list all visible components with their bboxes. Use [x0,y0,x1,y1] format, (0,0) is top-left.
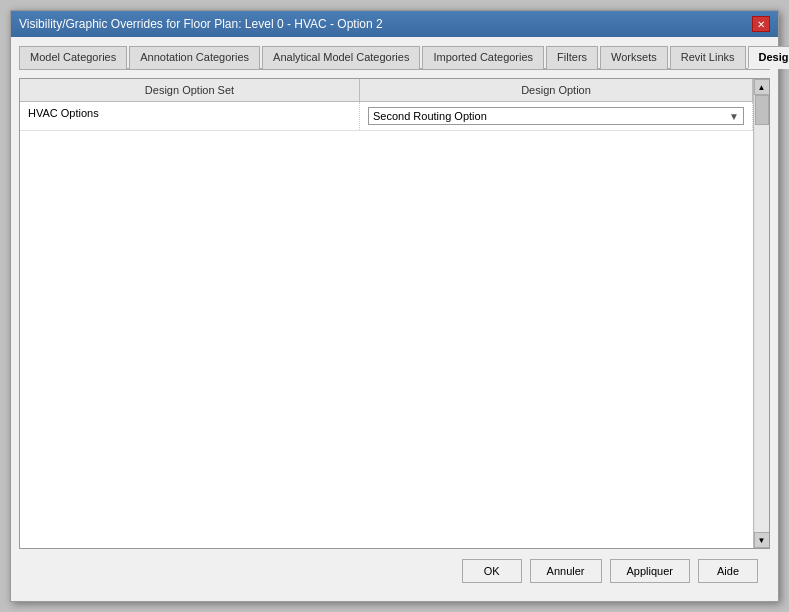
tab-revit-links[interactable]: Revit Links [670,46,746,69]
design-option-value: Second Routing Option [373,110,487,122]
apply-button[interactable]: Appliquer [610,559,690,583]
tab-design-options[interactable]: Design Options [748,46,790,69]
window-controls: ✕ [752,16,770,32]
tab-annotation-categories[interactable]: Annotation Categories [129,46,260,69]
content-area: Design Option Set Design Option HVAC Opt… [19,78,770,549]
close-button[interactable]: ✕ [752,16,770,32]
cell-design-option[interactable]: Second Routing Option ▼ [360,102,753,130]
design-option-dropdown[interactable]: Second Routing Option ▼ [368,107,744,125]
tab-worksets[interactable]: Worksets [600,46,668,69]
table-container: Design Option Set Design Option HVAC Opt… [20,79,769,548]
tab-bar: Model Categories Annotation Categories A… [19,45,770,70]
ok-button[interactable]: OK [462,559,522,583]
scroll-down-button[interactable]: ▼ [754,532,770,548]
tab-filters[interactable]: Filters [546,46,598,69]
dropdown-arrow-icon: ▼ [729,111,739,122]
footer: OK Annuler Appliquer Aide [19,549,770,593]
help-button[interactable]: Aide [698,559,758,583]
table-header: Design Option Set Design Option [20,79,753,102]
scroll-up-button[interactable]: ▲ [754,79,770,95]
col-header-design-option: Design Option [360,79,753,101]
window-body: Model Categories Annotation Categories A… [11,37,778,601]
col-header-design-option-set: Design Option Set [20,79,360,101]
main-window: Visibility/Graphic Overrides for Floor P… [10,10,779,602]
table-row[interactable]: HVAC Options Second Routing Option ▼ [20,102,753,131]
title-bar: Visibility/Graphic Overrides for Floor P… [11,11,778,37]
scroll-track[interactable] [755,95,769,532]
tab-model-categories[interactable]: Model Categories [19,46,127,69]
tab-analytical-model-categories[interactable]: Analytical Model Categories [262,46,420,69]
table-wrap: Design Option Set Design Option HVAC Opt… [20,79,753,548]
scroll-thumb[interactable] [755,95,769,125]
cancel-button[interactable]: Annuler [530,559,602,583]
scrollbar-vertical[interactable]: ▲ ▼ [753,79,769,548]
table-body: HVAC Options Second Routing Option ▼ [20,102,753,548]
tab-imported-categories[interactable]: Imported Categories [422,46,544,69]
window-title: Visibility/Graphic Overrides for Floor P… [19,17,383,31]
cell-design-option-set: HVAC Options [20,102,360,130]
